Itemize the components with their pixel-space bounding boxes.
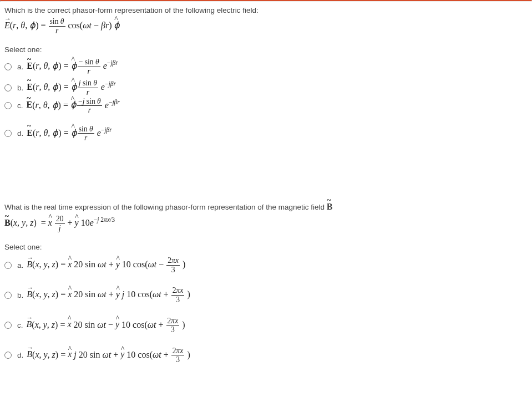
q1-option-formula-d: E(r, θ, ϕ) = ϕsin θr e−jβr xyxy=(27,125,112,142)
q1-option-key-c: c. xyxy=(17,101,23,110)
q1-option-formula-a: E(r, θ, ϕ) = ϕ− sin θr e−jβr xyxy=(27,58,118,75)
q1-option-key-a: a. xyxy=(17,63,23,71)
q2-option-d[interactable]: d. B(x, y, z) = x j 20 sin ωt + y 10 cos… xyxy=(4,347,528,364)
q2-select-label: Select one: xyxy=(4,243,528,251)
q1-radio-a[interactable] xyxy=(4,63,12,70)
q2-option-a[interactable]: a. B(x, y, z) = x 20 sin ωt + y 10 cos(ω… xyxy=(4,257,528,273)
q1-prompt: Which is the correct phasor-form represe… xyxy=(4,6,528,14)
q2-option-key-c: c. xyxy=(17,321,23,329)
q1-radio-d[interactable] xyxy=(4,130,12,137)
q1-option-c[interactable]: c. E(r, θ, ϕ) = ϕ−j sin θr e−jβr xyxy=(4,98,528,114)
q2-option-b[interactable]: b. B(x, y, z) = x 20 sin ωt + y j 10 cos… xyxy=(4,287,528,303)
q2-radio-b[interactable] xyxy=(4,292,12,299)
q1-formula: E(r, θ, ϕ) = sin θr cos(ωt − βr) ϕ xyxy=(4,18,528,34)
q1-option-d[interactable]: d. E(r, θ, ϕ) = ϕsin θr e−jβr xyxy=(4,125,528,142)
q2-option-key-b: b. xyxy=(17,291,23,299)
q2-prompt: What is the real time expression of the … xyxy=(4,202,528,212)
q2-radio-c[interactable] xyxy=(4,322,12,329)
question-1: Which is the correct phasor-form represe… xyxy=(0,2,532,159)
q1-option-b[interactable]: b. E(r, θ, ϕ) = ϕj sin θr e−jβr xyxy=(4,79,528,96)
q1-radio-c[interactable] xyxy=(4,102,12,109)
q2-option-formula-b: B(x, y, z) = x 20 sin ωt + y j 10 cos(ωt… xyxy=(27,287,190,303)
q1-option-a[interactable]: a. E(r, θ, ϕ) = ϕ− sin θr e−jβr xyxy=(4,58,528,75)
q2-option-key-a: a. xyxy=(17,261,23,269)
question-2: What is the real time expression of the … xyxy=(0,197,532,372)
q2-formula: B(x, y, z) = x 20j + y 10e−j 2πx/3 xyxy=(4,215,528,232)
q2-radio-d[interactable] xyxy=(4,352,12,359)
q1-option-formula-c: E(r, θ, ϕ) = ϕ−j sin θr e−jβr xyxy=(27,98,120,114)
q2-option-c[interactable]: c. B(x, y, z) = x 20 sin ωt − y 10 cos(ω… xyxy=(4,317,528,334)
q2-radio-a[interactable] xyxy=(4,262,12,269)
q2-option-key-d: d. xyxy=(17,351,23,359)
q1-radio-b[interactable] xyxy=(4,84,12,91)
q1-option-key-d: d. xyxy=(17,129,23,138)
q1-select-label: Select one: xyxy=(4,45,528,54)
q2-option-formula-c: B(x, y, z) = x 20 sin ωt − y 10 cos(ωt +… xyxy=(27,317,185,334)
q2-option-formula-d: B(x, y, z) = x j 20 sin ωt + y 10 cos(ωt… xyxy=(27,347,190,364)
q2-option-formula-a: B(x, y, z) = x 20 sin ωt + y 10 cos(ωt −… xyxy=(27,257,185,273)
q1-option-formula-b: E(r, θ, ϕ) = ϕj sin θr e−jβr xyxy=(27,79,116,96)
q1-option-key-b: b. xyxy=(17,84,23,92)
